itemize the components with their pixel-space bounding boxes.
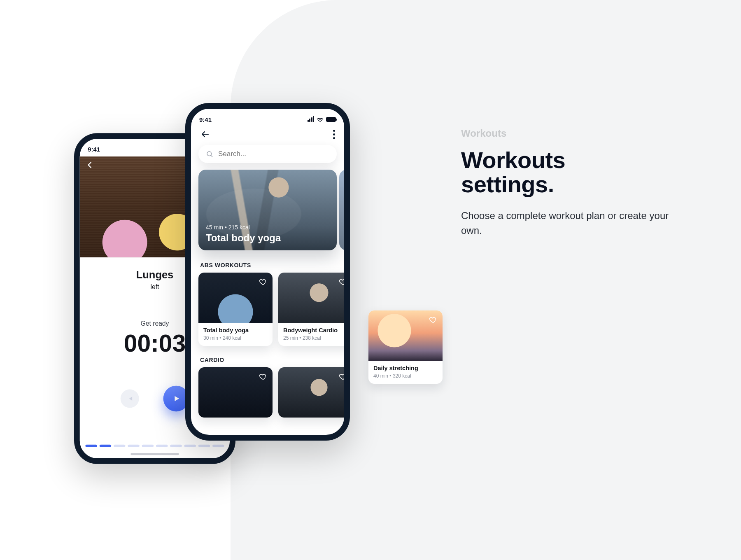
previous-button[interactable] bbox=[121, 390, 139, 408]
workout-card-image bbox=[278, 367, 350, 418]
headline-line-2: settings. bbox=[461, 171, 554, 197]
featured-workout-meta: 45 min • 215 kcal bbox=[206, 224, 281, 231]
workout-card[interactable]: Total body yoga 30 min • 240 kcal bbox=[198, 273, 273, 346]
home-indicator bbox=[130, 453, 179, 455]
workout-card[interactable]: Bodyweight Cardio 25 min • 238 kcal bbox=[278, 273, 350, 346]
section-header-cardio: CARDIO bbox=[191, 353, 344, 367]
favorite-button[interactable] bbox=[258, 277, 268, 287]
description-text: Choose a complete workout plan or create… bbox=[461, 208, 683, 238]
back-button[interactable] bbox=[200, 129, 210, 139]
skip-previous-icon bbox=[126, 395, 133, 402]
status-time: 9:41 bbox=[199, 116, 212, 123]
arrow-left-icon bbox=[200, 129, 210, 139]
featured-workout-title: Total body yoga bbox=[206, 232, 281, 244]
cardio-workouts-row[interactable] bbox=[191, 367, 344, 425]
workout-card-title: Daily stretching bbox=[373, 365, 438, 371]
featured-workout-card[interactable]: 45 min • 215 kcal Total body yoga bbox=[198, 170, 337, 250]
status-indicators bbox=[307, 116, 336, 123]
back-arrow-icon[interactable] bbox=[85, 161, 94, 170]
heart-icon bbox=[339, 373, 347, 381]
workout-card-meta: 25 min • 238 kcal bbox=[283, 335, 347, 341]
workout-card-meta: 30 min • 240 kcal bbox=[203, 335, 268, 341]
heart-icon bbox=[339, 278, 347, 286]
workout-card-meta: 40 min • 320 kcal bbox=[373, 373, 438, 379]
svg-point-0 bbox=[207, 152, 212, 156]
headline: Workouts settings. bbox=[461, 148, 683, 197]
workout-card-image bbox=[278, 273, 350, 323]
heart-icon bbox=[259, 373, 267, 381]
exercise-progress[interactable] bbox=[80, 445, 230, 447]
workout-card[interactable]: Daily stretching 40 min • 320 kcal bbox=[368, 310, 443, 384]
signal-icon bbox=[307, 116, 314, 123]
play-icon bbox=[172, 394, 181, 403]
search-input[interactable] bbox=[218, 150, 329, 158]
favorite-button[interactable] bbox=[338, 277, 348, 287]
battery-icon bbox=[326, 117, 336, 122]
workout-card[interactable] bbox=[198, 367, 273, 418]
statusbar: 9:41 bbox=[191, 109, 344, 127]
dot-icon bbox=[333, 133, 335, 135]
search-icon bbox=[206, 150, 213, 158]
workout-card-image bbox=[368, 310, 443, 361]
dot-icon bbox=[333, 137, 335, 139]
phone-workouts: 9:41 45 min • 215 kcal Total body yoga A… bbox=[185, 103, 350, 441]
heart-icon bbox=[259, 278, 267, 286]
wifi-icon bbox=[317, 117, 324, 122]
favorite-button[interactable] bbox=[428, 315, 438, 325]
search-bar[interactable] bbox=[198, 145, 337, 163]
marketing-copy: Workouts Workouts settings. Choose a com… bbox=[461, 128, 683, 238]
workout-card-image bbox=[198, 367, 273, 418]
section-header-abs: ABS WORKOUTS bbox=[191, 259, 344, 273]
abs-workouts-row[interactable]: Total body yoga 30 min • 240 kcal Bodywe… bbox=[191, 273, 344, 353]
status-time: 9:41 bbox=[88, 146, 100, 153]
next-featured-peek[interactable] bbox=[339, 170, 350, 250]
nav-row bbox=[191, 127, 344, 143]
workout-card[interactable] bbox=[278, 367, 350, 418]
workout-card-image bbox=[198, 273, 273, 323]
workout-card-title: Total body yoga bbox=[203, 327, 268, 334]
workout-card-title: Bodyweight Cardio bbox=[283, 327, 347, 334]
eyebrow-text: Workouts bbox=[461, 128, 683, 139]
favorite-button[interactable] bbox=[258, 371, 268, 382]
headline-line-1: Workouts bbox=[461, 147, 565, 173]
heart-icon bbox=[429, 316, 437, 324]
more-button[interactable] bbox=[333, 130, 335, 139]
favorite-button[interactable] bbox=[338, 371, 348, 382]
dot-icon bbox=[333, 130, 335, 132]
